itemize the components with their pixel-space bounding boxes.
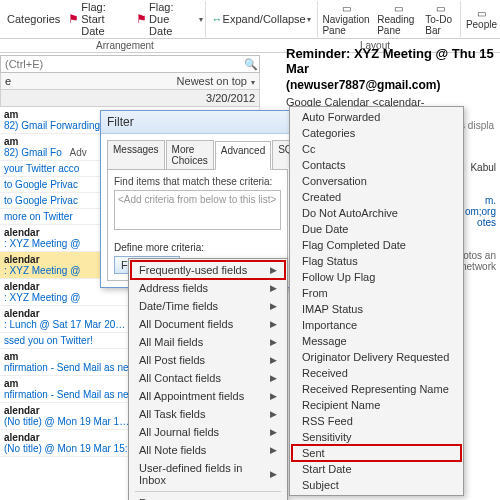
menu-item[interactable]: All Journal fields▶ bbox=[131, 423, 285, 441]
filter-tab[interactable]: Messages bbox=[107, 140, 165, 169]
menu-item[interactable]: Subject bbox=[292, 477, 461, 493]
expand-icon: ↔ bbox=[212, 13, 223, 25]
people-pane-button[interactable]: ▭People bbox=[463, 8, 500, 30]
search-icon[interactable]: 🔍 bbox=[243, 58, 259, 71]
menu-item[interactable]: All Appointment fields▶ bbox=[131, 387, 285, 405]
filter-tab[interactable]: Advanced bbox=[215, 141, 271, 170]
arrangement-label: Arrangement bbox=[0, 39, 250, 52]
filter-tab[interactable]: More Choices bbox=[166, 140, 214, 169]
flag-start-date-button[interactable]: ⚑Flag: Start Date bbox=[64, 0, 132, 38]
ribbon: Categories ⚑Flag: Start Date ⚑Flag: Due … bbox=[0, 0, 500, 39]
search-box[interactable]: 🔍 bbox=[0, 55, 260, 73]
criteria-label: Find items that match these criteria: bbox=[114, 176, 281, 187]
menu-item[interactable]: Flag Status bbox=[292, 253, 461, 269]
todo-icon: ▭ bbox=[436, 3, 445, 14]
filter-title: Filter bbox=[101, 111, 294, 134]
menu-item[interactable]: User-defined fields in Inbox▶ bbox=[131, 459, 285, 489]
flag-icon: ⚑ bbox=[136, 12, 147, 26]
search-input[interactable] bbox=[1, 56, 243, 72]
menu-item[interactable]: All Note fields▶ bbox=[131, 441, 285, 459]
menu-item[interactable]: All Document fields▶ bbox=[131, 315, 285, 333]
criteria-list[interactable]: <Add criteria from below to this list> bbox=[114, 190, 281, 230]
field-category-menu[interactable]: Frequently-used fields▶Address fields▶Da… bbox=[128, 258, 288, 500]
menu-item[interactable]: From bbox=[292, 285, 461, 301]
menu-item[interactable]: Contacts bbox=[292, 157, 461, 173]
sort-newest[interactable]: Newest on top ▾ bbox=[177, 75, 255, 87]
menu-item[interactable]: All Post fields▶ bbox=[131, 351, 285, 369]
menu-item[interactable]: Date/Time fields▶ bbox=[131, 297, 285, 315]
categories-button[interactable]: Categories bbox=[0, 12, 64, 26]
menu-item[interactable]: Due Date bbox=[292, 221, 461, 237]
flag-icon: ⚑ bbox=[68, 12, 79, 26]
menu-item[interactable]: All Task fields▶ bbox=[131, 405, 285, 423]
flag-due-date-button[interactable]: ⚑Flag: Due Date bbox=[132, 0, 198, 38]
menu-item[interactable]: IMAP Status bbox=[292, 301, 461, 317]
menu-item[interactable]: Conversation bbox=[292, 173, 461, 189]
menu-item[interactable]: Auto Forwarded bbox=[292, 109, 461, 125]
message-subject: Reminder: XYZ Meeting @ Thu 15 Mar bbox=[286, 46, 494, 76]
field-list-menu[interactable]: Auto ForwardedCategoriesCcContactsConver… bbox=[289, 106, 464, 496]
list-header[interactable]: e Newest on top ▾ bbox=[0, 73, 260, 90]
navigation-pane-button[interactable]: ▭Navigation Pane bbox=[319, 3, 374, 36]
menu-item[interactable]: Flag Completed Date bbox=[292, 237, 461, 253]
menu-item[interactable]: Recipient Name bbox=[292, 397, 461, 413]
menu-item[interactable]: Cc bbox=[292, 141, 461, 157]
people-icon: ▭ bbox=[477, 8, 486, 19]
reading-pane-button[interactable]: ▭Reading Pane bbox=[374, 3, 422, 36]
filter-tabs: MessagesMore ChoicesAdvancedSQL bbox=[101, 134, 294, 169]
menu-item[interactable]: Sent bbox=[292, 445, 461, 461]
menu-item[interactable]: Follow Up Flag bbox=[292, 269, 461, 285]
menu-item[interactable]: Do Not AutoArchive bbox=[292, 205, 461, 221]
menu-item[interactable]: Forms... bbox=[131, 494, 285, 500]
menu-item[interactable]: Categories bbox=[292, 125, 461, 141]
message-subject-sub: (newuser7887@gmail.com) bbox=[286, 78, 494, 92]
menu-item[interactable]: Originator Delivery Requested bbox=[292, 349, 461, 365]
menu-item[interactable]: Frequently-used fields▶ bbox=[131, 261, 285, 279]
expand-collapse-button[interactable]: ↔Expand/Collapse▾ bbox=[208, 12, 315, 26]
date-group: 3/20/2012 bbox=[0, 90, 260, 107]
menu-item[interactable]: Received Representing Name bbox=[292, 381, 461, 397]
menu-item[interactable]: Address fields▶ bbox=[131, 279, 285, 297]
todo-bar-button[interactable]: ▭To-Do Bar bbox=[422, 3, 458, 36]
menu-item[interactable]: Received bbox=[292, 365, 461, 381]
nav-pane-icon: ▭ bbox=[342, 3, 351, 14]
menu-item[interactable]: Importance bbox=[292, 317, 461, 333]
menu-item[interactable]: Sensitivity bbox=[292, 429, 461, 445]
menu-item[interactable]: Start Date bbox=[292, 461, 461, 477]
menu-item[interactable]: Message bbox=[292, 333, 461, 349]
menu-item[interactable]: Created bbox=[292, 189, 461, 205]
menu-item[interactable]: RSS Feed bbox=[292, 413, 461, 429]
reading-pane-icon: ▭ bbox=[394, 3, 403, 14]
menu-item[interactable]: All Mail fields▶ bbox=[131, 333, 285, 351]
define-label: Define more criteria: bbox=[114, 242, 281, 253]
menu-item[interactable]: All Contact fields▶ bbox=[131, 369, 285, 387]
list-header-left: e bbox=[5, 75, 11, 87]
